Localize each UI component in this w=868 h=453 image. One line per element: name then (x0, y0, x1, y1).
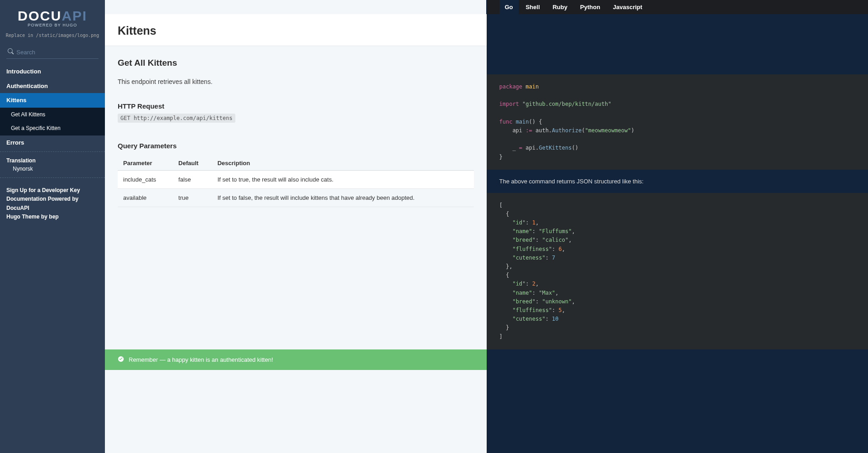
nav-list: Introduction Authentication Kittens Get … (0, 64, 105, 150)
cell-desc: If set to false, the result will include… (212, 189, 474, 207)
tab-javascript[interactable]: Javascript (608, 0, 648, 14)
code-go-get-all: package main import "github.com/bep/kitt… (487, 74, 868, 170)
th-default: Default (173, 156, 212, 171)
logo-text-1: DOCU (18, 8, 62, 23)
heading-get-all: Get All Kittens (118, 46, 474, 73)
table-row: available true If set to false, the resu… (118, 189, 474, 207)
footer-hugo-link[interactable]: Hugo Theme by bep (6, 213, 99, 221)
th-description: Description (212, 156, 474, 171)
nav-sub-all-link[interactable]: Get All Kittens (0, 108, 105, 121)
tab-ruby[interactable]: Ruby (547, 0, 573, 14)
logo-text-2: API (62, 8, 87, 23)
nav-sub-specific-link[interactable]: Get a Specific Kitten (0, 121, 105, 135)
nav-introduction-link[interactable]: Introduction (0, 64, 105, 79)
search-icon (8, 48, 14, 56)
right-spacer-2 (487, 349, 868, 370)
cell-default: false (173, 171, 212, 189)
heading-http-request-1: HTTP Request (118, 91, 474, 114)
section-get-all: Get All Kittens This endpoint retrieves … (105, 46, 487, 349)
nav-errors-link[interactable]: Errors (0, 135, 105, 150)
cell-param: available (118, 189, 173, 207)
logo-replace-hint: Replace in /static/images/logo.png (5, 33, 100, 38)
nav-sub-specific[interactable]: Get a Specific Kitten (0, 121, 105, 135)
tab-go[interactable]: Go (499, 0, 519, 14)
search-input[interactable] (6, 47, 99, 59)
translation-nynorsk[interactable]: Nynorsk (0, 165, 105, 176)
nav-sub-kittens: Get All Kittens Get a Specific Kitten (0, 108, 105, 135)
tab-python[interactable]: Python (575, 0, 606, 14)
notice-success-text: Remember — a happy kitten is an authenti… (129, 356, 273, 363)
right-code-get-all: package main import "github.com/bep/kitt… (487, 46, 868, 349)
cell-default: true (173, 189, 212, 207)
footer-signup-link[interactable]: Sign Up for a Developer Key (6, 186, 99, 195)
logo-area: DOCUAPI POWERED BY HUGO Replace in /stat… (0, 0, 105, 42)
code-json-response: [ { "id": 1, "name": "Fluffums", "breed"… (487, 193, 868, 349)
nav-errors[interactable]: Errors (0, 135, 105, 150)
nav-kittens[interactable]: Kittens Get All Kittens Get a Specific K… (0, 93, 105, 135)
params-table: Parameter Default Description include_ca… (118, 156, 474, 207)
th-parameter: Parameter (118, 156, 173, 171)
check-circle-icon (118, 356, 124, 364)
nav-authentication[interactable]: Authentication (0, 79, 105, 94)
logo: DOCUAPI (5, 8, 100, 24)
translation-label: Translation (0, 154, 105, 165)
nav-divider (0, 151, 105, 152)
nav-kittens-link[interactable]: Kittens (0, 93, 105, 108)
main-content: Go Shell Ruby Python Javascript Kittens … (105, 0, 868, 453)
sidebar: DOCUAPI POWERED BY HUGO Replace in /stat… (0, 0, 105, 453)
code-http-1: GET http://example.com/api/kittens (118, 114, 235, 123)
notice-success: Remember — a happy kitten is an authenti… (105, 349, 487, 370)
page-title: Kittens (118, 14, 474, 46)
json-intro-text: The above command returns JSON structure… (499, 170, 856, 193)
cell-desc: If set to true, the result will also inc… (212, 171, 474, 189)
tab-shell[interactable]: Shell (520, 0, 545, 14)
search-wrap (0, 42, 105, 64)
nav-authentication-link[interactable]: Authentication (0, 79, 105, 94)
title-section: Kittens (105, 14, 487, 46)
cell-param: include_cats (118, 171, 173, 189)
language-tabs: Go Shell Ruby Python Javascript (487, 0, 868, 14)
nav-sub-all[interactable]: Get All Kittens (0, 108, 105, 121)
right-spacer-1 (487, 14, 868, 46)
spacer-after-all (105, 370, 487, 453)
nav-introduction[interactable]: Introduction (0, 64, 105, 79)
table-row: include_cats false If set to true, the r… (118, 171, 474, 189)
heading-query-params: Query Parameters (118, 131, 474, 153)
footer-links: Sign Up for a Developer Key Documentatio… (0, 180, 105, 228)
desc-get-all: This endpoint retrieves all kittens. (118, 73, 474, 91)
nav-divider-2 (0, 177, 105, 178)
footer-docuapi-link[interactable]: Documentation Powered by DocuAPI (6, 195, 99, 212)
right-spacer-3 (487, 370, 868, 453)
